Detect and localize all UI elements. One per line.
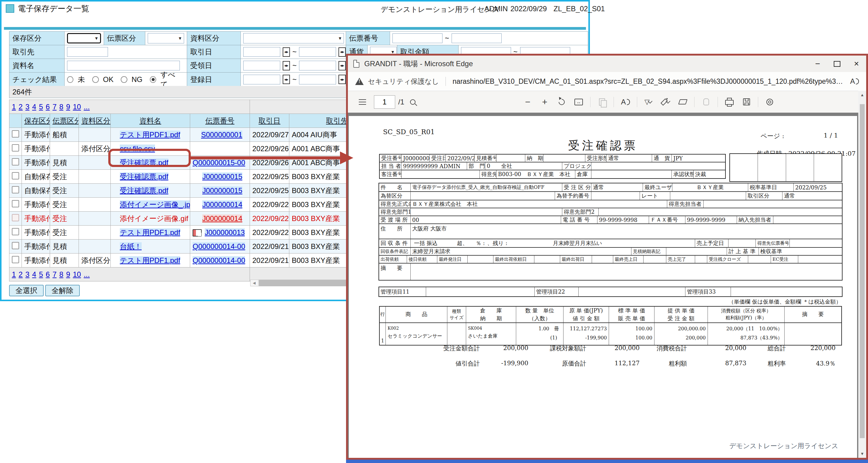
page-link[interactable]: 9 — [66, 103, 70, 111]
vertical-scrollbar[interactable]: ▲ ▼ — [858, 91, 866, 458]
zoom-out-icon[interactable]: − — [521, 95, 534, 109]
slip-kbn-select[interactable]: ▼ — [148, 33, 184, 44]
scrollbar-thumb[interactable] — [860, 104, 865, 438]
col-header-save[interactable]: 保存区分 — [24, 117, 50, 125]
search-icon[interactable] — [406, 95, 419, 109]
page-link[interactable]: 8 — [59, 103, 63, 111]
trade-date-to-input[interactable] — [299, 47, 336, 57]
row-checkbox[interactable] — [12, 130, 19, 138]
document-link[interactable]: 受注確認票.pdf — [120, 186, 168, 195]
register-date-from-input[interactable] — [243, 75, 280, 84]
receive-date-to-input[interactable] — [299, 61, 336, 70]
page-link[interactable]: 6 — [46, 270, 50, 279]
slip-number-link[interactable]: J000000014 — [202, 214, 242, 223]
slip-number-link[interactable]: Q000000015-00 — [193, 158, 245, 167]
slip-number-link[interactable]: J000000013 — [205, 228, 245, 236]
slip-number-link[interactable]: S000000001 — [201, 131, 242, 139]
page-link[interactable]: 3 — [26, 103, 29, 111]
page-link[interactable]: 2 — [19, 103, 23, 111]
page-link[interactable]: 5 — [39, 103, 43, 111]
url-text[interactable]: narashino/EB_V310_DEV/CM_AC_01_S01.aspx?… — [453, 78, 846, 86]
read-aloud-icon[interactable]: A — [850, 77, 859, 86]
document-link[interactable]: テスト用PDF1.pdf — [120, 228, 180, 236]
calendar-picker-icon[interactable]: ◀▶ — [338, 75, 346, 84]
radio-ok[interactable] — [92, 76, 99, 83]
partner-input[interactable] — [67, 47, 108, 57]
row-checkbox[interactable] — [12, 158, 19, 166]
print-icon[interactable] — [723, 95, 736, 109]
minimize-button[interactable]: − — [808, 56, 827, 72]
row-checkbox[interactable] — [12, 172, 19, 179]
col-header-slip[interactable]: 伝票区分 — [53, 117, 79, 125]
edge-titlebar[interactable]: GRANDIT - 職場 - Microsoft Edge − × — [348, 56, 866, 72]
row-checkbox[interactable] — [12, 200, 19, 207]
settings-gear-icon[interactable] — [763, 95, 776, 109]
doc-kbn-select[interactable]: ▼ — [243, 33, 344, 44]
page-link[interactable]: 8 — [59, 270, 63, 279]
save-kbn-select[interactable]: ▼ — [67, 33, 101, 44]
read-aloud-toolbar-icon[interactable]: A — [619, 95, 632, 109]
document-link[interactable]: 受注確認票.pdf — [120, 172, 168, 181]
page-link[interactable]: 4 — [32, 270, 36, 279]
row-checkbox[interactable] — [12, 144, 19, 151]
calendar-picker-icon[interactable]: ◀▶ — [283, 61, 290, 70]
col-header-date[interactable]: 取引日 — [259, 117, 281, 125]
calendar-picker-icon[interactable]: ◀▶ — [283, 47, 290, 57]
slip-number-link[interactable]: J000000015 — [202, 172, 242, 181]
highlighter-icon[interactable] — [659, 95, 672, 109]
scroll-left-icon[interactable]: ◀ — [250, 280, 258, 286]
page-link-more[interactable]: ... — [84, 270, 90, 279]
page-link[interactable]: 9 — [66, 270, 70, 279]
calendar-picker-icon[interactable]: ◀▶ — [283, 75, 290, 84]
toc-icon[interactable] — [356, 95, 369, 109]
col-header-partner[interactable]: 取引先 — [326, 117, 348, 125]
page-link[interactable]: 10 — [73, 270, 81, 279]
document-link[interactable]: テスト用PDF1.pdf — [120, 131, 180, 139]
page-link[interactable]: 7 — [53, 103, 56, 111]
page-link[interactable]: 1 — [12, 103, 16, 111]
clear-all-button[interactable]: 全解除 — [45, 285, 80, 296]
zoom-in-icon[interactable]: + — [538, 95, 551, 109]
col-header-doc[interactable]: 資料区分 — [81, 117, 111, 125]
slip-number-link[interactable]: J000000015 — [202, 186, 242, 195]
scroll-down-icon[interactable]: ▼ — [858, 452, 866, 456]
page-link[interactable]: 10 — [73, 103, 81, 111]
select-all-button[interactable]: 全選択 — [9, 285, 44, 296]
scroll-up-icon[interactable]: ▲ — [858, 93, 866, 97]
radio-not-checked[interactable] — [67, 76, 73, 83]
calendar-picker-icon[interactable]: ◀▶ — [338, 61, 346, 70]
page-link-more[interactable]: ... — [84, 103, 90, 111]
maximize-button[interactable] — [827, 56, 847, 72]
close-button[interactable]: × — [847, 56, 866, 72]
row-checkbox[interactable] — [12, 242, 19, 249]
row-checkbox[interactable] — [12, 186, 19, 194]
document-link[interactable]: 台紙！ — [120, 242, 142, 251]
page-link[interactable]: 3 — [26, 270, 29, 279]
col-header-name[interactable]: 資料名 — [140, 117, 161, 125]
slip-no-to-input[interactable] — [452, 33, 502, 43]
row-checkbox[interactable] — [12, 256, 19, 263]
slip-number-link[interactable]: Q000000014-00 — [193, 256, 245, 264]
receive-date-from-input[interactable] — [243, 61, 280, 70]
calendar-picker-icon[interactable]: ◀▶ — [338, 47, 346, 57]
page-link[interactable]: 5 — [39, 270, 43, 279]
page-link[interactable]: 4 — [32, 103, 36, 111]
radio-ng[interactable] — [121, 76, 127, 83]
radio-all[interactable] — [150, 76, 156, 83]
slip-no-from-input[interactable] — [393, 33, 442, 43]
address-bar[interactable]: セキュリティ保護なし narashino/EB_V310_DEV/CM_AC_0… — [348, 72, 866, 91]
page-link[interactable]: 1 — [12, 270, 16, 279]
rotate-icon[interactable] — [555, 95, 568, 109]
row-checkbox[interactable] — [12, 228, 19, 235]
slip-number-link[interactable]: J000000014 — [202, 200, 242, 209]
page-link[interactable]: 7 — [53, 270, 56, 279]
page-number-input[interactable] — [374, 95, 395, 109]
page-link[interactable]: 2 — [19, 270, 23, 279]
slip-number-link[interactable]: Q000000014-00 — [193, 242, 245, 251]
eraser-icon[interactable] — [676, 95, 689, 109]
fit-width-icon[interactable]: ↔ — [572, 95, 585, 109]
trade-date-from-input[interactable] — [243, 47, 280, 57]
page-link[interactable]: 6 — [46, 103, 50, 111]
col-header-no[interactable]: 伝票番号 — [205, 117, 235, 125]
document-link[interactable]: テスト用PDF1.pdf — [120, 256, 180, 264]
